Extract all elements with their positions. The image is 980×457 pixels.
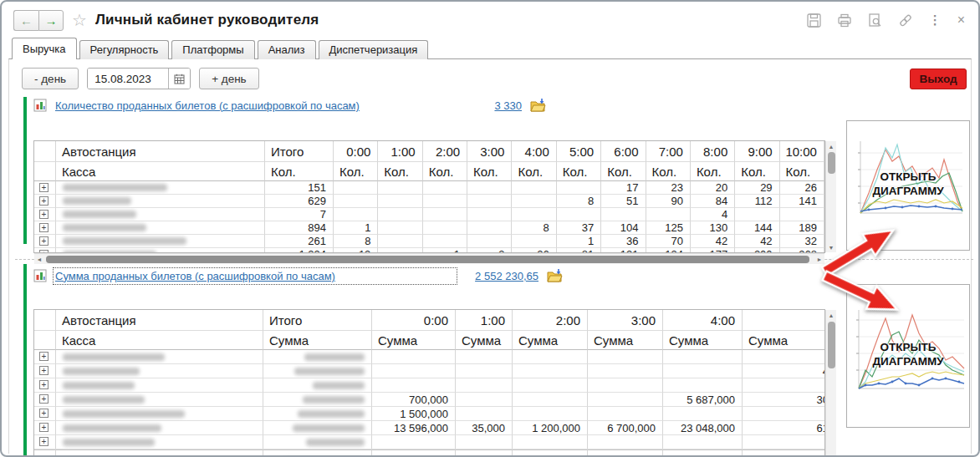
open-diagram-panel-count[interactable]: ОТКРЫТЬ ДИАГРАММУ — [846, 120, 970, 251]
open-folder-icon[interactable] — [547, 269, 563, 282]
hour-value-cell[interactable] — [372, 350, 456, 364]
tickets-count-link[interactable]: Количество проданных билетов (с расшифро… — [55, 99, 455, 112]
favorite-star-icon[interactable]: ☆ — [72, 12, 87, 28]
total-cell[interactable]: 151 — [265, 181, 334, 195]
expand-plus-icon[interactable]: + — [39, 352, 48, 361]
hour-value-cell[interactable]: 6 700,000 — [588, 421, 663, 435]
hour-value-cell[interactable]: 23 048,000 — [663, 421, 743, 435]
hour-value-cell[interactable] — [372, 378, 456, 393]
station-row[interactable]: +1 500,00075 — [34, 407, 824, 421]
hour-value-cell[interactable]: 1 200,000 — [513, 421, 588, 435]
hour-value-cell[interactable] — [378, 181, 422, 195]
forward-button[interactable]: → — [38, 10, 64, 31]
hour-value-cell[interactable] — [467, 208, 512, 221]
hour-value-cell[interactable]: 35,000 — [456, 421, 513, 435]
hour-value-cell[interactable]: 8 — [334, 235, 378, 248]
hour-value-cell[interactable]: 42 — [691, 235, 735, 248]
expand-plus-icon[interactable]: + — [39, 236, 48, 246]
expand-plus-icon[interactable]: + — [39, 223, 48, 232]
station-row[interactable]: + — [34, 435, 824, 449]
date-input[interactable] — [88, 69, 168, 89]
minus-day-button[interactable]: - день — [22, 68, 79, 89]
hour-value-cell[interactable]: 5 687,000 — [663, 393, 743, 407]
station-row[interactable]: +8941837104125130144189 — [34, 221, 824, 235]
hour-value-cell[interactable]: 75 — [743, 407, 824, 421]
hour-value-cell[interactable] — [456, 407, 513, 421]
hour-value-cell[interactable] — [557, 181, 601, 195]
hour-value-cell[interactable] — [663, 435, 743, 449]
station-name-redacted[interactable] — [56, 350, 263, 364]
station-row[interactable]: +261813670424232 — [34, 235, 824, 248]
hour-value-cell[interactable]: 130 — [691, 221, 735, 235]
hour-value-cell[interactable]: 1 500,000 — [372, 407, 456, 421]
row-expander[interactable]: + — [34, 350, 56, 364]
tab-dispetcherizaciya[interactable]: Диспетчеризация — [319, 40, 429, 59]
row-expander[interactable]: + — [34, 221, 56, 235]
hour-value-cell[interactable] — [467, 181, 512, 195]
total-cell[interactable] — [263, 393, 372, 407]
hour-value-cell[interactable]: 84 — [691, 195, 735, 208]
total-cell[interactable] — [263, 378, 372, 393]
hour-value-cell[interactable]: 37 — [557, 221, 601, 235]
hour-value-cell[interactable] — [467, 221, 512, 235]
hour-value-cell[interactable] — [513, 407, 588, 421]
hour-value-cell[interactable]: 189 — [780, 221, 824, 235]
hour-value-cell[interactable] — [372, 435, 456, 449]
station-name-redacted[interactable] — [56, 181, 265, 195]
expand-plus-icon[interactable]: + — [39, 380, 48, 389]
hour-value-cell[interactable] — [372, 364, 456, 378]
open-diagram-label[interactable]: ОТКРЫТЬ ДИАГРАММУ — [847, 170, 969, 198]
row-expander[interactable]: + — [34, 435, 56, 449]
row-expander[interactable]: + — [34, 364, 56, 378]
station-name-redacted[interactable] — [56, 208, 265, 221]
hour-value-cell[interactable] — [743, 378, 824, 393]
hour-value-cell[interactable] — [601, 208, 646, 221]
hour-value-cell[interactable] — [334, 208, 378, 221]
total-cell[interactable]: 7 — [265, 208, 334, 221]
hour-value-cell[interactable] — [456, 378, 513, 393]
hour-value-cell[interactable] — [663, 378, 743, 393]
expand-plus-icon[interactable]: + — [39, 196, 48, 206]
hour-value-cell[interactable] — [378, 221, 422, 235]
hour-value-cell[interactable]: 61 01 — [743, 421, 824, 435]
station-name-redacted[interactable] — [56, 393, 263, 407]
station-name-redacted[interactable] — [56, 235, 265, 248]
hour-value-cell[interactable] — [663, 350, 743, 364]
expand-plus-icon[interactable]: + — [39, 366, 48, 375]
hour-value-cell[interactable] — [456, 435, 513, 449]
back-button[interactable]: ← — [13, 10, 38, 31]
total-cell[interactable]: 629 — [265, 195, 334, 208]
hour-value-cell[interactable] — [456, 350, 513, 364]
hour-value-cell[interactable]: 36 — [601, 235, 646, 248]
station-row[interactable]: +700,0005 687,00030 32 — [34, 393, 824, 407]
expand-plus-icon[interactable]: + — [39, 437, 48, 446]
hour-value-cell[interactable]: 1 — [557, 235, 601, 248]
hour-value-cell[interactable]: 32 — [780, 235, 824, 248]
row-expander[interactable]: + — [34, 181, 56, 195]
total-cell[interactable] — [263, 350, 372, 364]
hour-value-cell[interactable] — [513, 378, 588, 393]
hour-value-cell[interactable] — [588, 378, 663, 393]
hour-value-cell[interactable] — [512, 195, 556, 208]
row-expander[interactable]: + — [34, 195, 56, 208]
hour-value-cell[interactable] — [588, 407, 663, 421]
preview-icon[interactable] — [868, 13, 882, 28]
hour-value-cell[interactable]: 1 — [334, 221, 378, 235]
tickets-sum-total-link[interactable]: 2 552 230,65 — [463, 270, 538, 282]
hour-value-cell[interactable]: 8 — [557, 195, 601, 208]
vertical-scrollbar[interactable]: ▲ — [825, 310, 836, 457]
station-name-redacted[interactable] — [56, 435, 263, 449]
tab-regulyarnost[interactable]: Регулярность — [79, 40, 170, 59]
hour-value-cell[interactable] — [378, 208, 422, 221]
hour-value-cell[interactable] — [334, 195, 378, 208]
hour-value-cell[interactable]: 8 — [512, 221, 556, 235]
hour-value-cell[interactable] — [334, 181, 378, 195]
hour-value-cell[interactable] — [423, 221, 467, 235]
tab-vyruchka[interactable]: Выручка — [12, 38, 77, 59]
expand-plus-icon[interactable]: + — [39, 394, 48, 404]
tickets-count-total-link[interactable]: 3 330 — [463, 99, 522, 112]
total-cell[interactable] — [263, 364, 372, 378]
hour-value-cell[interactable] — [423, 195, 467, 208]
hour-value-cell[interactable] — [588, 364, 663, 378]
hour-value-cell[interactable] — [646, 208, 691, 221]
